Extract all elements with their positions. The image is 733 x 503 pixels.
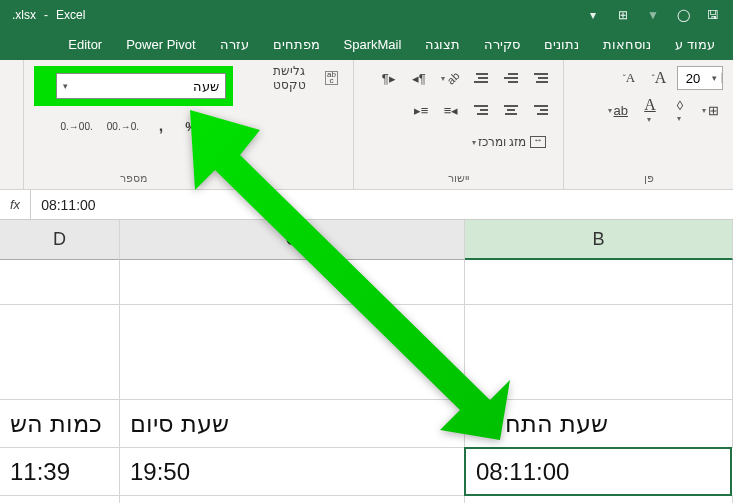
chevron-down-icon[interactable]: ▾ bbox=[63, 81, 68, 91]
align-top-button[interactable] bbox=[529, 66, 553, 90]
decrease-decimal-button[interactable]: .00→.0 bbox=[57, 114, 97, 138]
decrease-indent-button[interactable]: ◂≡ bbox=[439, 98, 463, 122]
wrap-text-button[interactable]: abcגלישת טקסט bbox=[253, 66, 343, 90]
grid-row-data: 11:39 19:50 08:11:00 bbox=[0, 448, 733, 496]
cell[interactable] bbox=[465, 496, 733, 503]
tab-page[interactable]: עמוד ע bbox=[663, 30, 727, 60]
cell[interactable] bbox=[0, 496, 120, 503]
fill-color-button[interactable]: ◊▾ bbox=[668, 98, 692, 122]
merge-icon bbox=[530, 136, 546, 148]
group-alignment: ab▾ ¶◂ ▸¶ ◂≡ ≡▸ מזג ומרכז▾ יישור bbox=[353, 60, 563, 189]
tab-help[interactable]: עזרה bbox=[208, 30, 261, 60]
fx-label[interactable]: fx bbox=[0, 190, 31, 219]
tab-editor[interactable]: Editor bbox=[56, 30, 114, 60]
group-label-number: מספר bbox=[34, 170, 233, 187]
cell-data-D[interactable]: 11:39 bbox=[0, 448, 120, 495]
tab-data[interactable]: נתונים bbox=[532, 30, 591, 60]
file-name: .xlsx bbox=[12, 8, 36, 22]
grid-row-headers: כמות הש שעת סיום שעת התחלה bbox=[0, 400, 733, 448]
increase-indent-button[interactable]: ≡▸ bbox=[409, 98, 433, 122]
cell[interactable] bbox=[120, 496, 465, 503]
app-name: Excel bbox=[56, 8, 85, 22]
ribbon: ▾ 20 Aˆ Aˇ ⊞▾ ◊▾ A▾ ab▾ פן ab▾ ¶◂ bbox=[0, 60, 733, 190]
cell[interactable] bbox=[465, 260, 733, 304]
decrease-font-button[interactable]: Aˇ bbox=[617, 66, 641, 90]
orientation-icon: ab bbox=[444, 69, 461, 86]
ltr-button[interactable]: ▸¶ bbox=[377, 66, 401, 90]
grid-row bbox=[0, 305, 733, 400]
increase-decimal-button[interactable]: .0→.00 bbox=[103, 114, 143, 138]
underline-button[interactable]: ab▾ bbox=[604, 98, 632, 122]
borders-button[interactable]: ⊞▾ bbox=[698, 98, 723, 122]
accounting-format-button[interactable]: ▾ bbox=[209, 114, 233, 138]
tab-view[interactable]: תצוגה bbox=[413, 30, 472, 60]
cell[interactable] bbox=[0, 260, 120, 304]
align-center-button[interactable] bbox=[499, 98, 523, 122]
cell[interactable] bbox=[0, 305, 120, 399]
tab-formulas[interactable]: נוסחאות bbox=[591, 30, 663, 60]
column-headers: D C B bbox=[0, 220, 733, 260]
tab-powerpivot[interactable]: Power Pivot bbox=[114, 30, 207, 60]
cell-data-B-selected[interactable]: 08:11:00 bbox=[464, 447, 732, 496]
chevron-down-icon[interactable]: ▾ bbox=[708, 73, 722, 83]
dropdown-icon[interactable]: ▾ bbox=[585, 7, 601, 23]
wrap-icon: abc bbox=[325, 71, 338, 85]
grid-icon[interactable]: ⊞ bbox=[615, 7, 631, 23]
number-format-select[interactable]: שעה ▾ bbox=[56, 73, 226, 99]
formula-value[interactable]: 08:11:00 bbox=[31, 197, 106, 213]
align-left-button[interactable] bbox=[469, 98, 493, 122]
group-label-alignment: יישור bbox=[364, 170, 553, 187]
spreadsheet-grid: D C B כמות הש שעת סיום שעת התחלה 11:39 1… bbox=[0, 220, 733, 503]
ribbon-tabs: עמוד ע נוסחאות נתונים סקירה תצוגה SparkM… bbox=[0, 30, 733, 60]
col-header-D[interactable]: D bbox=[0, 220, 120, 260]
number-format-highlight: שעה ▾ bbox=[34, 66, 233, 106]
increase-font-button[interactable]: Aˆ bbox=[647, 66, 671, 90]
group-wrap: abcגלישת טקסט bbox=[243, 60, 353, 189]
rtl-button[interactable]: ¶◂ bbox=[407, 66, 431, 90]
number-format-value: שעה bbox=[193, 79, 219, 94]
title-bar: .xlsx - Excel ▾ ⊞ ▼ ◯ 🖫 bbox=[0, 0, 733, 30]
tab-developer[interactable]: מפתחים bbox=[261, 30, 332, 60]
group-label-font: פן bbox=[574, 170, 723, 187]
orientation-button[interactable]: ab▾ bbox=[437, 66, 463, 90]
font-color-button[interactable]: A▾ bbox=[638, 98, 662, 122]
cell[interactable] bbox=[120, 260, 465, 304]
cell[interactable] bbox=[465, 305, 733, 399]
align-right-button[interactable] bbox=[529, 98, 553, 122]
save-icon[interactable]: 🖫 bbox=[705, 7, 721, 23]
percent-format-button[interactable]: % bbox=[179, 114, 203, 138]
group-font: ▾ 20 Aˆ Aˇ ⊞▾ ◊▾ A▾ ab▾ פן bbox=[563, 60, 733, 189]
cell[interactable] bbox=[120, 305, 465, 399]
align-middle-button[interactable] bbox=[499, 66, 523, 90]
tab-review[interactable]: סקירה bbox=[472, 30, 532, 60]
font-size-input[interactable]: ▾ 20 bbox=[677, 66, 723, 90]
tab-sparkmail[interactable]: SparkMail bbox=[332, 30, 414, 60]
cell-header-C[interactable]: שעת סיום bbox=[120, 400, 465, 447]
grid-row bbox=[0, 260, 733, 305]
cell-header-D[interactable]: כמות הש bbox=[0, 400, 120, 447]
currency-icon bbox=[220, 118, 228, 134]
grid-row bbox=[0, 496, 733, 503]
formula-bar: fx 08:11:00 bbox=[0, 190, 733, 220]
align-bottom-button[interactable] bbox=[469, 66, 493, 90]
filter-icon[interactable]: ▼ bbox=[645, 7, 661, 23]
group-number: שעה ▾ ▾ % , .0→.00 .00→.0 מספר bbox=[23, 60, 243, 189]
col-header-B[interactable]: B bbox=[465, 220, 733, 260]
merge-center-button[interactable]: מזג ומרכז▾ bbox=[465, 130, 553, 154]
circle-icon[interactable]: ◯ bbox=[675, 7, 691, 23]
bucket-icon: ◊ bbox=[677, 98, 683, 113]
col-header-C[interactable]: C bbox=[120, 220, 465, 260]
comma-format-button[interactable]: , bbox=[149, 114, 173, 138]
cell-header-B[interactable]: שעת התחלה bbox=[465, 400, 733, 447]
cell-data-C[interactable]: 19:50 bbox=[120, 448, 465, 495]
